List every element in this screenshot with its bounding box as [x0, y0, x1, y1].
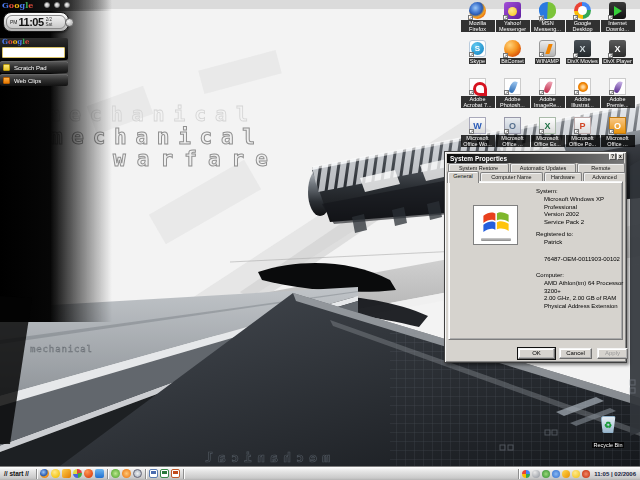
windows-logo	[473, 205, 518, 245]
red-tray-icon[interactable]	[582, 470, 590, 478]
taskbar-separator	[107, 469, 108, 479]
smiley-tray-icon[interactable]	[572, 470, 580, 478]
computer-line: 3200+	[544, 288, 561, 294]
desktop-icon-winamp[interactable]: ↗WINAMP	[530, 40, 565, 64]
apply-button[interactable]: Apply	[597, 348, 628, 359]
registered-name: Patrick	[544, 239, 562, 245]
computer-label: Computer:	[536, 272, 564, 278]
ok-button[interactable]: OK	[518, 348, 555, 359]
close-button[interactable]: x	[617, 153, 624, 160]
desktop-icon-premiere[interactable]: ↗Adobe Premie...	[600, 78, 635, 108]
desktop-icon-illustrator[interactable]: ↗Adobe Illustrat...	[565, 78, 600, 108]
system-properties-dialog: System Properties ? x System RestoreAuto…	[444, 151, 627, 363]
skype-quicklaunch-icon[interactable]	[111, 469, 120, 478]
shortcut-arrow-icon: ↗	[503, 53, 508, 58]
taskbar: // start // 11:05 | 02/2006	[0, 466, 640, 480]
powerpoint-quicklaunch-icon[interactable]	[171, 469, 180, 478]
desktop-icon-label: Microsoft Office ...	[601, 135, 635, 147]
powerpoint-icon: ↗	[574, 117, 591, 134]
monitor-stand	[481, 238, 511, 241]
web-clips-item[interactable]: Web Clips	[0, 74, 68, 86]
cancel-button[interactable]: Cancel	[559, 348, 592, 359]
desktop-icon-firefox[interactable]: ↗Mozilla Firefox	[460, 2, 495, 32]
divx-movies-icon: ↗	[574, 40, 591, 57]
google-sidebar-gadget: Google PM 11:05 2/2Sat Google Scratch Pa…	[0, 0, 120, 92]
desktop-icon-label: DivX Player	[602, 58, 633, 64]
clock-quicklaunch-icon[interactable]	[133, 469, 142, 478]
desktop-icon-word[interactable]: ↗Microsoft Office Wo...	[460, 117, 495, 147]
tab-automatic-updates[interactable]: Automatic Updates	[510, 163, 576, 172]
gadget-button-1[interactable]	[44, 2, 50, 8]
outlook-icon: ↗	[609, 117, 626, 134]
desktop-icon-label: Mozilla Firefox	[461, 20, 495, 32]
clock-ampm: PM	[7, 19, 19, 25]
desktop-icon-yahoo-messenger[interactable]: ↗Yahoo! Messenger	[495, 2, 530, 32]
desktop-icon-imageready[interactable]: ↗Adobe ImageRe...	[530, 78, 565, 108]
system-tray: 11:05 | 02/2006	[516, 469, 640, 479]
desktop-icon-google-desktop[interactable]: ↗Google Desktop	[565, 2, 600, 32]
desktop-icon-label: Internet Downlo...	[601, 20, 635, 32]
gadget-header: Google	[0, 0, 112, 11]
recycle-bin[interactable]: ♻ Recycle Bin	[584, 416, 632, 451]
desktop-icon-label: BitComet	[500, 58, 525, 64]
orange-quicklaunch-icon[interactable]	[122, 469, 131, 478]
clock-time: 11:05	[19, 16, 44, 28]
desktop-icon-photoshop[interactable]: ↗Adobe Photosh...	[495, 78, 530, 108]
desktop-icon-divx-player[interactable]: ↗DivX Player	[600, 40, 635, 64]
colors-quicklaunch-icon[interactable]	[73, 469, 82, 478]
shortcut-arrow-icon: ↗	[504, 129, 509, 134]
word-icon: ↗	[469, 117, 486, 134]
word-quicklaunch-icon[interactable]	[149, 469, 158, 478]
shortcut-arrow-icon: ↗	[608, 15, 613, 20]
google-search-input[interactable]	[2, 47, 65, 58]
desktop-icon-label: Yahoo! Messenger	[496, 20, 530, 32]
google-desktop-icon: ↗	[574, 2, 591, 19]
desktop-icon-bitcomet[interactable]: ↗BitComet	[495, 40, 530, 64]
blue-tray-icon[interactable]	[552, 470, 560, 478]
firefox-quicklaunch-icon[interactable]	[40, 469, 49, 478]
desktop-icon-outlook[interactable]: ↗Microsoft Office ...	[600, 117, 635, 147]
desktop-icon-office-app[interactable]: ↗Microsoft Office ...	[495, 117, 530, 147]
desktop-icon-label: DivX Movies	[566, 58, 599, 64]
clock-date: 2/2Sat	[44, 17, 53, 27]
taskbar-clock[interactable]: 11:05 | 02/2006	[591, 471, 640, 477]
excel-quicklaunch-icon[interactable]	[160, 469, 169, 478]
msn-messenger-icon: ↗	[538, 1, 557, 20]
globe-tray-icon[interactable]	[532, 470, 540, 478]
desktop-icon-internet-download-manager[interactable]: ↗Internet Downlo...	[600, 2, 635, 32]
shortcut-arrow-icon: ↗	[469, 52, 474, 57]
desktop-icon-label: Adobe Premie...	[601, 96, 635, 108]
msn-quicklaunch-icon[interactable]	[95, 469, 104, 478]
pencil-quicklaunch-icon[interactable]	[62, 469, 71, 478]
tab-general[interactable]: General	[447, 171, 479, 183]
tray-separator	[518, 469, 519, 479]
premiere-icon: ↗	[609, 78, 626, 95]
dialog-titlebar[interactable]: System Properties	[447, 154, 624, 163]
clock-gadget[interactable]: PM 11:05 2/2Sat	[3, 12, 69, 32]
tab-remote[interactable]: Remote	[577, 163, 625, 172]
desktop: mechanical mechanical warfare mechanical…	[0, 0, 640, 480]
gadget-button-3[interactable]	[64, 2, 70, 8]
desktop-icon-label: Skype	[469, 58, 486, 64]
opera-quicklaunch-icon[interactable]	[84, 469, 93, 478]
help-button[interactable]: ?	[609, 153, 616, 160]
shortcut-arrow-icon: ↗	[504, 90, 509, 95]
google-desktop-tray-icon[interactable]	[522, 470, 530, 478]
desktop-icon-acrobat[interactable]: ↗Adobe Acrobat 7...	[460, 78, 495, 108]
bitcomet-icon: ↗	[504, 40, 521, 57]
desktop-icon-msn-messenger[interactable]: ↗MSN Messeng...	[530, 2, 565, 32]
desktop-icon-powerpoint[interactable]: ↗Microsoft Office Po...	[565, 117, 600, 147]
pencil-tray-icon[interactable]	[562, 470, 570, 478]
scratch-pad-item[interactable]: Scratch Pad	[0, 61, 68, 73]
yahoo-quicklaunch-icon[interactable]	[51, 469, 60, 478]
svg-text:mechanical: mechanical	[30, 344, 92, 354]
green-tray-icon[interactable]	[542, 470, 550, 478]
shortcut-arrow-icon: ↗	[469, 90, 474, 95]
start-button[interactable]: // start //	[0, 470, 34, 477]
desktop-icon-label: Microsoft Office Wo...	[461, 135, 495, 147]
desktop-icon-divx-movies[interactable]: ↗DivX Movies	[565, 40, 600, 64]
desktop-icon-skype[interactable]: ↗Skype	[460, 40, 495, 64]
desktop-icon-excel[interactable]: ↗Microsoft Office Ex...	[530, 117, 565, 147]
desktop-icon-label: Microsoft Office Ex...	[531, 135, 565, 147]
gadget-button-2[interactable]	[54, 2, 60, 8]
